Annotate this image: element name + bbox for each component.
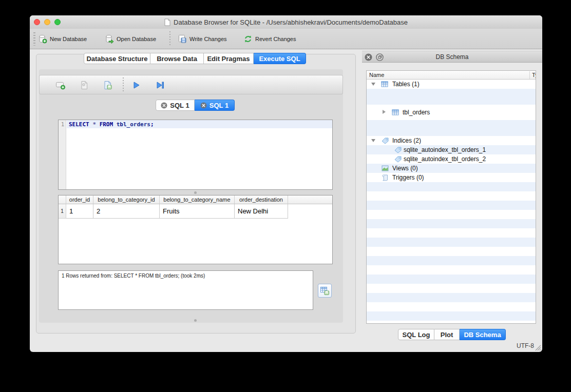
new-database-button[interactable]: New Database: [38, 29, 87, 49]
tree-label: Triggers (0): [392, 174, 424, 181]
column-header-filler: [288, 195, 332, 204]
write-changes-label: Write Changes: [189, 36, 227, 42]
sql-semicolon: ;: [150, 121, 154, 128]
tree-item-triggers[interactable]: Triggers (0): [367, 173, 536, 182]
revert-changes-button[interactable]: Revert Changes: [243, 29, 296, 49]
tab-execute-sql[interactable]: Execute SQL: [254, 53, 306, 64]
database-open-icon: [105, 34, 114, 44]
new-database-label: New Database: [50, 36, 87, 42]
tree-empty-stripes: [367, 182, 536, 323]
tree-stripe: [367, 120, 536, 136]
splitter-handle[interactable]: [194, 319, 197, 322]
sql-code-line: SELECT * FROM tbl_orders;: [69, 121, 154, 128]
sql-editor[interactable]: 1 SELECT * FROM tbl_orders;: [58, 120, 333, 190]
sql-tab-1[interactable]: SQL 1: [156, 100, 195, 111]
sql-toolbar-separator: [123, 77, 124, 93]
line-number: 1: [61, 122, 64, 127]
sql-operator: *: [92, 121, 96, 128]
play-to-line-icon: [156, 81, 164, 89]
tree-item-indices[interactable]: Indices (2): [367, 136, 536, 145]
export-results-button[interactable]: [318, 284, 332, 298]
execution-log[interactable]: 1 Rows returned from: SELECT * FROM tbl_…: [58, 270, 313, 310]
tree-label: tbl_orders: [403, 109, 430, 116]
close-tab-icon[interactable]: [161, 102, 167, 109]
column-header[interactable]: order_id: [66, 195, 93, 204]
play-icon: [132, 81, 141, 89]
revert-changes-icon: [243, 34, 253, 44]
results-header-row: order_id belong_to_category_id belong_to…: [59, 195, 332, 204]
tab-browse-data[interactable]: Browse Data: [150, 53, 204, 64]
execute-sql-button[interactable]: [130, 79, 143, 92]
cell-belong-to-category-name[interactable]: Fruits: [160, 204, 235, 219]
write-changes-icon: [178, 34, 187, 44]
new-tab-icon: [55, 81, 66, 90]
table-icon: [392, 109, 399, 116]
save-sql-file-button[interactable]: [101, 79, 115, 92]
sql-tab-2-active[interactable]: SQL 1: [195, 100, 235, 111]
tab-sql-log[interactable]: SQL Log: [398, 329, 434, 340]
screenshot-canvas: Database Browser for SQLite - /Users/abh…: [0, 0, 571, 392]
dock-titlebar[interactable]: DB Schema: [362, 51, 542, 63]
toolbar-drag-handle-icon[interactable]: [33, 32, 35, 46]
sql-toolbar: [39, 75, 343, 94]
column-header[interactable]: order_destination: [235, 195, 288, 204]
main-tab-bar: Database Structure Browse Data Edit Prag…: [84, 53, 306, 64]
splitter-handle[interactable]: [194, 191, 197, 194]
tag-icon: [382, 137, 389, 144]
sql-tab-label: SQL 1: [170, 102, 189, 109]
database-new-icon: [38, 34, 47, 44]
tree-label: Indices (2): [392, 137, 421, 144]
new-sql-tab-button[interactable]: [54, 79, 67, 92]
type-column-header[interactable]: Type: [532, 72, 536, 78]
execution-message: 1 Rows returned from: SELECT * FROM tbl_…: [62, 273, 205, 279]
tab-plot[interactable]: Plot: [434, 329, 460, 340]
cell-order-id[interactable]: 1: [66, 204, 93, 219]
column-header[interactable]: belong_to_category_id: [93, 195, 160, 204]
name-column-header[interactable]: Name: [369, 72, 384, 78]
tree-item-views[interactable]: Views (0): [367, 164, 536, 173]
dock-tab-label: Plot: [441, 331, 453, 339]
encoding-indicator[interactable]: UTF-8: [517, 342, 534, 349]
tab-label: Database Structure: [86, 55, 147, 63]
tree-item-tables[interactable]: Tables (1): [367, 80, 536, 89]
app-window: Database Browser for SQLite - /Users/abh…: [30, 15, 542, 352]
close-tab-icon[interactable]: [200, 102, 207, 109]
sql-keyword: SELECT: [69, 121, 89, 128]
tab-label: Edit Pragmas: [207, 55, 250, 63]
db-schema-tree[interactable]: Name Type Tables (1): [366, 70, 536, 324]
execute-current-line-button[interactable]: [154, 79, 167, 92]
tree-item-tbl-orders[interactable]: tbl_orders: [367, 108, 536, 117]
titlebar[interactable]: Database Browser for SQLite - /Users/abh…: [30, 15, 542, 29]
tab-edit-pragmas[interactable]: Edit Pragmas: [204, 53, 254, 64]
tree-item-index-1[interactable]: sqlite_autoindex_tbl_orders_1: [367, 145, 536, 154]
open-file-icon: [80, 81, 88, 90]
tab-db-schema[interactable]: DB Schema: [460, 329, 506, 340]
dock-tab-label: DB Schema: [464, 331, 501, 339]
tag-icon: [394, 155, 402, 163]
tree-stripe: [367, 89, 536, 105]
results-grid[interactable]: order_id belong_to_category_id belong_to…: [58, 195, 333, 264]
sql-identifier: tbl_orders: [117, 121, 150, 128]
tree-item-index-2[interactable]: sqlite_autoindex_tbl_orders_2: [367, 154, 536, 164]
editor-gutter: 1: [59, 120, 66, 189]
table-row[interactable]: 1 1 2 Fruits New Delhi: [59, 204, 332, 219]
tree-label: Tables (1): [392, 81, 420, 88]
column-header[interactable]: belong_to_category_name: [160, 195, 235, 204]
column-divider[interactable]: [529, 71, 530, 79]
trigger-icon: [382, 174, 389, 181]
disclosure-right-icon[interactable]: [383, 110, 386, 114]
view-icon: [382, 165, 389, 172]
write-changes-button[interactable]: Write Changes: [178, 29, 227, 49]
cell-order-destination[interactable]: New Delhi: [235, 204, 288, 219]
open-database-button[interactable]: Open Database: [105, 29, 156, 49]
tab-database-structure[interactable]: Database Structure: [84, 53, 150, 64]
resize-grip-icon[interactable]: [535, 344, 541, 351]
corner-cell: [59, 195, 66, 204]
disclosure-down-icon[interactable]: [371, 83, 375, 86]
open-sql-file-button[interactable]: [78, 79, 91, 92]
sql-tab-label: SQL 1: [210, 102, 229, 109]
tree-label: sqlite_autoindex_tbl_orders_1: [404, 146, 486, 153]
document-icon: [164, 18, 170, 26]
cell-belong-to-category-id[interactable]: 2: [93, 204, 160, 219]
disclosure-down-icon[interactable]: [371, 139, 375, 142]
